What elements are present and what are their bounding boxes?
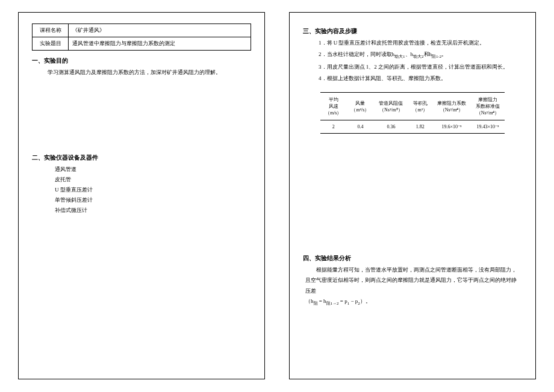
sec2-item-0: 通风管道 — [32, 164, 251, 175]
sec3-heading: 三、实验内容及步骤 — [303, 27, 522, 36]
cell-friction-coef: 19.6×10⁻³ — [432, 120, 471, 134]
cell-equiv-hole: 1.82 — [408, 120, 432, 134]
th-equiv-hole: 等积孔 （m²） — [408, 93, 432, 120]
th-friction-std: 摩擦阻力 系数标准值 （Ns²/m⁴） — [471, 93, 505, 120]
sec1-body: 学习测算通风阻力及摩擦阻力系数的方法，加深对矿井通风阻力的理解。 — [32, 67, 251, 78]
sec2-item-1: 皮托管 — [32, 175, 251, 185]
topic-label: 实验题目 — [33, 37, 69, 51]
step-3: 3．用皮尺量出测点 1、2 之间的距离，根据管道直径，计算出管道面积和周长。 — [319, 62, 522, 72]
sec2-item-4: 补偿式微压计 — [32, 205, 251, 216]
cell-speed: 2 — [320, 120, 347, 134]
course-value: 《矿井通风》 — [69, 24, 251, 37]
sec2-item-2: U 型垂直压差计 — [32, 185, 251, 195]
course-label: 课程名称 — [33, 24, 69, 37]
page-right: 三、实验内容及步骤 1．将 U 型垂直压差计和皮托管用胶皮管连接，检查无误后开机… — [289, 12, 536, 379]
th-resistance: 管道风阻值 （Ns²/m⁸） — [374, 93, 408, 120]
cell-friction-std: 19.43×10⁻³ — [471, 120, 505, 134]
sec2-item-3: 单管倾斜压差计 — [32, 195, 251, 205]
sec2-heading: 二、实验仪器设备及器件 — [32, 154, 251, 162]
data-table: 平均 风速 （m/s） 风量 （m³/s） 管道风阻值 （Ns²/m⁸） 等积孔… — [320, 92, 505, 134]
cell-flow: 0.4 — [346, 120, 374, 134]
step-1: 1．将 U 型垂直压差计和皮托管用胶皮管连接，检查无误后开机测定。 — [319, 38, 522, 48]
th-flow: 风量 （m³/s） — [346, 93, 374, 120]
sec4-para: 根据能量方程可知，当管道水平放置时，两测点之间管道断面相等，没有局部阻力，且空气… — [303, 265, 522, 296]
sec1-heading: 一、实验目的 — [32, 57, 251, 65]
step-2: 2．当水柱计稳定时，同时读取h动大1、h动大2和h阻1-2。 — [319, 49, 522, 61]
th-friction-coef: 摩擦阻力系数 （Ns²/m⁴） — [432, 93, 471, 120]
cell-resistance: 0.36 — [374, 120, 408, 134]
sec4-heading: 四、实验结果分析 — [303, 254, 522, 263]
sec4-formula: （h阻 = h阻1→2 = p1 − p2）。 — [303, 296, 522, 308]
step-4: 4．根据上述数据计算风阻、等积孔、摩擦阻力系数。 — [319, 73, 522, 84]
topic-value: 通风管道中摩擦阻力与摩擦阻力系数的测定 — [69, 37, 251, 51]
table-row: 2 0.4 0.36 1.82 19.6×10⁻³ 19.43×10⁻³ — [320, 120, 505, 134]
th-avg-speed: 平均 风速 （m/s） — [320, 93, 347, 120]
page-left: 课程名称 《矿井通风》 实验题目 通风管道中摩擦阻力与摩擦阻力系数的测定 一、实… — [18, 12, 265, 379]
sec3-steps: 1．将 U 型垂直压差计和皮托管用胶皮管连接，检查无误后开机测定。 2．当水柱计… — [303, 38, 522, 84]
meta-table: 课程名称 《矿井通风》 实验题目 通风管道中摩擦阻力与摩擦阻力系数的测定 — [32, 23, 251, 51]
